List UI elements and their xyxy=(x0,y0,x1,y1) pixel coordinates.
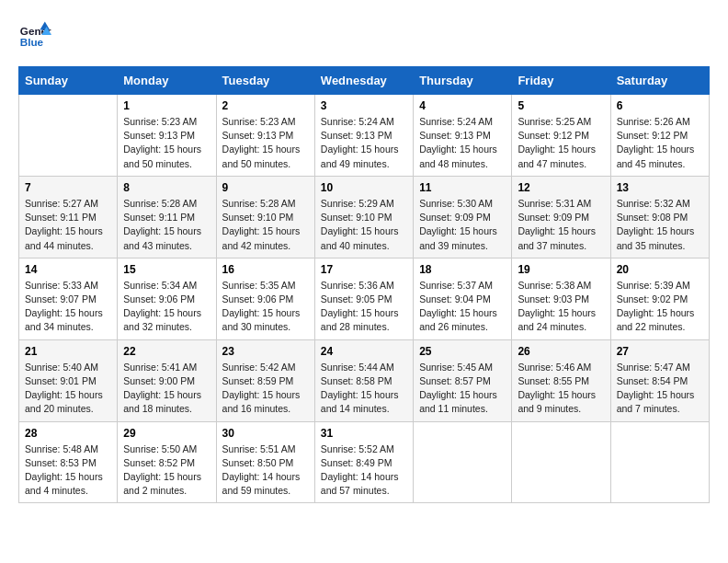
header-day: Saturday xyxy=(610,67,709,95)
day-number: 18 xyxy=(419,263,506,276)
calendar-header: SundayMondayTuesdayWednesdayThursdayFrid… xyxy=(19,67,710,95)
calendar-cell: 25Sunrise: 5:45 AM Sunset: 8:57 PM Dayli… xyxy=(414,339,512,421)
calendar-cell: 20Sunrise: 5:39 AM Sunset: 9:02 PM Dayli… xyxy=(610,258,709,339)
cell-info: Sunrise: 5:46 AM Sunset: 8:55 PM Dayligh… xyxy=(518,361,604,417)
calendar-week: 1Sunrise: 5:23 AM Sunset: 9:13 PM Daylig… xyxy=(19,95,710,177)
header-day: Thursday xyxy=(414,67,512,95)
calendar-cell: 6Sunrise: 5:26 AM Sunset: 9:12 PM Daylig… xyxy=(610,95,709,177)
cell-info: Sunrise: 5:25 AM Sunset: 9:12 PM Dayligh… xyxy=(518,115,604,171)
day-number: 5 xyxy=(518,99,604,112)
day-number: 2 xyxy=(222,99,309,112)
cell-info: Sunrise: 5:36 AM Sunset: 9:05 PM Dayligh… xyxy=(321,279,407,335)
cell-info: Sunrise: 5:31 AM Sunset: 9:09 PM Dayligh… xyxy=(518,197,604,253)
cell-info: Sunrise: 5:41 AM Sunset: 9:00 PM Dayligh… xyxy=(123,361,210,417)
calendar-cell: 14Sunrise: 5:33 AM Sunset: 9:07 PM Dayli… xyxy=(19,258,118,339)
calendar-cell: 18Sunrise: 5:37 AM Sunset: 9:04 PM Dayli… xyxy=(414,258,512,339)
calendar-cell: 7Sunrise: 5:27 AM Sunset: 9:11 PM Daylig… xyxy=(19,176,118,258)
day-number: 21 xyxy=(25,345,111,358)
calendar-cell: 17Sunrise: 5:36 AM Sunset: 9:05 PM Dayli… xyxy=(314,258,413,339)
cell-info: Sunrise: 5:28 AM Sunset: 9:11 PM Dayligh… xyxy=(123,197,210,253)
logo-icon: General Blue xyxy=(18,18,51,52)
cell-info: Sunrise: 5:33 AM Sunset: 9:07 PM Dayligh… xyxy=(25,279,111,335)
day-number: 31 xyxy=(321,427,407,440)
cell-info: Sunrise: 5:37 AM Sunset: 9:04 PM Dayligh… xyxy=(419,279,506,335)
cell-info: Sunrise: 5:42 AM Sunset: 8:59 PM Dayligh… xyxy=(222,361,309,417)
day-number: 10 xyxy=(321,181,407,194)
day-number: 23 xyxy=(222,345,309,358)
cell-info: Sunrise: 5:48 AM Sunset: 8:53 PM Dayligh… xyxy=(25,442,111,499)
day-number: 30 xyxy=(222,427,309,440)
day-number: 8 xyxy=(123,181,210,194)
cell-info: Sunrise: 5:24 AM Sunset: 9:13 PM Dayligh… xyxy=(321,115,407,171)
calendar-cell: 5Sunrise: 5:25 AM Sunset: 9:12 PM Daylig… xyxy=(512,95,610,177)
calendar-cell: 21Sunrise: 5:40 AM Sunset: 9:01 PM Dayli… xyxy=(19,339,118,421)
day-number: 25 xyxy=(419,345,506,358)
calendar-cell: 26Sunrise: 5:46 AM Sunset: 8:55 PM Dayli… xyxy=(512,339,610,421)
calendar-cell xyxy=(19,95,118,177)
calendar-cell: 30Sunrise: 5:51 AM Sunset: 8:50 PM Dayli… xyxy=(216,421,314,503)
day-number: 20 xyxy=(617,263,703,276)
cell-info: Sunrise: 5:39 AM Sunset: 9:02 PM Dayligh… xyxy=(617,279,703,335)
cell-info: Sunrise: 5:34 AM Sunset: 9:06 PM Dayligh… xyxy=(123,279,210,335)
calendar-cell: 23Sunrise: 5:42 AM Sunset: 8:59 PM Dayli… xyxy=(216,339,314,421)
calendar-cell xyxy=(512,421,610,503)
calendar-cell: 8Sunrise: 5:28 AM Sunset: 9:11 PM Daylig… xyxy=(118,176,216,258)
header-row: SundayMondayTuesdayWednesdayThursdayFrid… xyxy=(19,67,710,95)
calendar-cell: 9Sunrise: 5:28 AM Sunset: 9:10 PM Daylig… xyxy=(216,176,314,258)
cell-info: Sunrise: 5:47 AM Sunset: 8:54 PM Dayligh… xyxy=(617,361,703,417)
calendar-cell: 4Sunrise: 5:24 AM Sunset: 9:13 PM Daylig… xyxy=(414,95,512,177)
calendar-cell: 29Sunrise: 5:50 AM Sunset: 8:52 PM Dayli… xyxy=(118,421,216,503)
calendar-body: 1Sunrise: 5:23 AM Sunset: 9:13 PM Daylig… xyxy=(19,95,710,503)
calendar-cell: 16Sunrise: 5:35 AM Sunset: 9:06 PM Dayli… xyxy=(216,258,314,339)
day-number: 29 xyxy=(123,427,210,440)
cell-info: Sunrise: 5:24 AM Sunset: 9:13 PM Dayligh… xyxy=(419,115,506,171)
day-number: 19 xyxy=(518,263,604,276)
calendar-cell: 1Sunrise: 5:23 AM Sunset: 9:13 PM Daylig… xyxy=(118,95,216,177)
calendar-table: SundayMondayTuesdayWednesdayThursdayFrid… xyxy=(18,66,710,503)
cell-info: Sunrise: 5:26 AM Sunset: 9:12 PM Dayligh… xyxy=(617,115,703,171)
day-number: 24 xyxy=(321,345,407,358)
day-number: 28 xyxy=(25,427,111,440)
page-header: General Blue xyxy=(18,18,710,52)
day-number: 26 xyxy=(518,345,604,358)
cell-info: Sunrise: 5:51 AM Sunset: 8:50 PM Dayligh… xyxy=(222,442,309,499)
cell-info: Sunrise: 5:30 AM Sunset: 9:09 PM Dayligh… xyxy=(419,197,506,253)
calendar-cell: 15Sunrise: 5:34 AM Sunset: 9:06 PM Dayli… xyxy=(118,258,216,339)
calendar-cell: 27Sunrise: 5:47 AM Sunset: 8:54 PM Dayli… xyxy=(610,339,709,421)
cell-info: Sunrise: 5:40 AM Sunset: 9:01 PM Dayligh… xyxy=(25,361,111,417)
logo: General Blue xyxy=(18,18,51,52)
cell-info: Sunrise: 5:50 AM Sunset: 8:52 PM Dayligh… xyxy=(123,442,210,499)
day-number: 4 xyxy=(419,99,506,112)
calendar-cell: 10Sunrise: 5:29 AM Sunset: 9:10 PM Dayli… xyxy=(314,176,413,258)
calendar-cell: 3Sunrise: 5:24 AM Sunset: 9:13 PM Daylig… xyxy=(314,95,413,177)
day-number: 16 xyxy=(222,263,309,276)
cell-info: Sunrise: 5:44 AM Sunset: 8:58 PM Dayligh… xyxy=(321,361,407,417)
calendar-cell: 31Sunrise: 5:52 AM Sunset: 8:49 PM Dayli… xyxy=(314,421,413,503)
cell-info: Sunrise: 5:28 AM Sunset: 9:10 PM Dayligh… xyxy=(222,197,309,253)
calendar-cell: 13Sunrise: 5:32 AM Sunset: 9:08 PM Dayli… xyxy=(610,176,709,258)
cell-info: Sunrise: 5:29 AM Sunset: 9:10 PM Dayligh… xyxy=(321,197,407,253)
svg-text:Blue: Blue xyxy=(20,36,44,48)
cell-info: Sunrise: 5:38 AM Sunset: 9:03 PM Dayligh… xyxy=(518,279,604,335)
day-number: 22 xyxy=(123,345,210,358)
day-number: 17 xyxy=(321,263,407,276)
calendar-cell: 2Sunrise: 5:23 AM Sunset: 9:13 PM Daylig… xyxy=(216,95,314,177)
day-number: 9 xyxy=(222,181,309,194)
calendar-cell: 28Sunrise: 5:48 AM Sunset: 8:53 PM Dayli… xyxy=(19,421,118,503)
calendar-cell: 11Sunrise: 5:30 AM Sunset: 9:09 PM Dayli… xyxy=(414,176,512,258)
day-number: 12 xyxy=(518,181,604,194)
cell-info: Sunrise: 5:23 AM Sunset: 9:13 PM Dayligh… xyxy=(123,115,210,171)
calendar-week: 21Sunrise: 5:40 AM Sunset: 9:01 PM Dayli… xyxy=(19,339,710,421)
calendar-cell: 24Sunrise: 5:44 AM Sunset: 8:58 PM Dayli… xyxy=(314,339,413,421)
day-number: 7 xyxy=(25,181,111,194)
day-number: 14 xyxy=(25,263,111,276)
header-day: Tuesday xyxy=(216,67,314,95)
calendar-week: 28Sunrise: 5:48 AM Sunset: 8:53 PM Dayli… xyxy=(19,421,710,503)
calendar-week: 14Sunrise: 5:33 AM Sunset: 9:07 PM Dayli… xyxy=(19,258,710,339)
day-number: 3 xyxy=(321,99,407,112)
cell-info: Sunrise: 5:23 AM Sunset: 9:13 PM Dayligh… xyxy=(222,115,309,171)
calendar-cell xyxy=(610,421,709,503)
day-number: 1 xyxy=(123,99,210,112)
header-day: Monday xyxy=(118,67,216,95)
day-number: 11 xyxy=(419,181,506,194)
